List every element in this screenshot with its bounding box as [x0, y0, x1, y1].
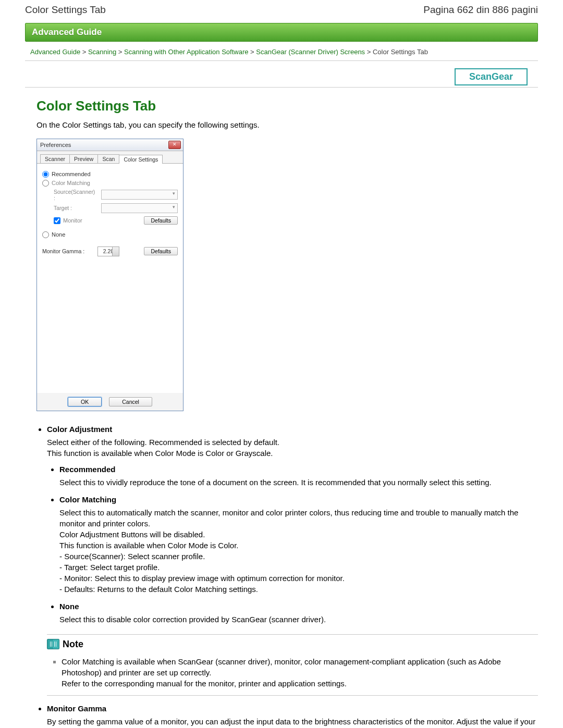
page-title-top: Color Settings Tab	[25, 4, 106, 16]
intro-text: On the Color Settings tab, you can speci…	[36, 120, 563, 129]
text-none: Select this to disable color correction …	[59, 614, 538, 625]
label-source: Source(Scanner) :	[54, 189, 98, 201]
text-color-adjustment-1: Select either of the following. Recommen…	[47, 437, 538, 448]
text-recommended: Select this to vividly reproduce the ton…	[59, 477, 538, 488]
monitor-gamma-stepper[interactable]: 2.20	[97, 246, 119, 256]
radio-recommended[interactable]	[42, 171, 49, 178]
radio-none[interactable]	[42, 231, 49, 238]
breadcrumb-sep: >	[116, 48, 124, 56]
scangear-badge: ScanGear	[455, 68, 528, 85]
note-icon	[47, 639, 59, 649]
text-color-adjustment-2: This function is available when Color Mo…	[47, 448, 538, 459]
heading-color-adjustment: Color Adjustment	[47, 425, 112, 434]
note-line-1: Color Matching is available when ScanGea…	[62, 656, 538, 678]
text-monitor-gamma: By setting the gamma value of a monitor,…	[47, 716, 538, 728]
dialog-title: Preferences	[40, 142, 71, 148]
text-cm-1: Color Adjustment Buttons will be disable…	[59, 529, 538, 540]
breadcrumb-sep: >	[365, 48, 373, 56]
text-cm-2: This function is available when Color Mo…	[59, 540, 538, 551]
defaults-button-color-matching[interactable]: Defaults	[144, 216, 178, 225]
breadcrumb-link-3[interactable]: ScanGear (Scanner Driver) Screens	[256, 48, 365, 56]
preferences-dialog: Preferences ✕ Scanner Preview Scan Color…	[36, 139, 183, 411]
radio-color-matching[interactable]	[42, 180, 49, 187]
close-icon[interactable]: ✕	[168, 141, 181, 149]
heading-color-matching-desc: Color Matching	[59, 495, 116, 504]
defaults-button-gamma[interactable]: Defaults	[144, 247, 178, 255]
main-heading: Color Settings Tab	[36, 98, 563, 114]
breadcrumb-link-2[interactable]: Scanning with Other Application Software	[124, 48, 248, 56]
breadcrumb: Advanced Guide > Scanning > Scanning wit…	[25, 44, 538, 61]
select-target[interactable]	[101, 203, 178, 213]
heading-none-desc: None	[59, 602, 79, 611]
dialog-titlebar[interactable]: Preferences ✕	[37, 139, 183, 151]
checkbox-monitor[interactable]	[54, 217, 60, 224]
breadcrumb-link-0[interactable]: Advanced Guide	[30, 48, 80, 56]
text-cm-4: - Target: Select target profile.	[59, 562, 538, 573]
select-source-scanner[interactable]	[101, 190, 178, 200]
note-box: Note Color Matching is available when Sc…	[47, 634, 538, 696]
breadcrumb-current: Color Settings Tab	[373, 48, 428, 56]
tab-row: Scanner Preview Scan Color Settings	[37, 151, 183, 164]
tab-color-settings[interactable]: Color Settings	[119, 155, 163, 164]
text-cm-0: Select this to automatically match the s…	[59, 507, 538, 529]
label-monitor-gamma: Monitor Gamma :	[42, 248, 94, 254]
breadcrumb-sep: >	[250, 48, 256, 56]
label-monitor: Monitor	[63, 217, 82, 224]
label-recommended: Recommended	[52, 171, 91, 177]
label-target: Target :	[54, 205, 98, 211]
pagination: Pagina 662 din 886 pagini	[423, 4, 538, 16]
heading-monitor-gamma: Monitor Gamma	[47, 704, 106, 713]
text-cm-6: - Defaults: Returns to the default Color…	[59, 584, 538, 595]
breadcrumb-link-1[interactable]: Scanning	[88, 48, 116, 56]
note-line-2: Refer to the corresponding manual for th…	[62, 678, 538, 689]
breadcrumb-sep: >	[80, 48, 88, 56]
tab-preview[interactable]: Preview	[69, 154, 98, 163]
label-color-matching: Color Matching	[52, 180, 90, 186]
label-none: None	[52, 231, 65, 238]
cancel-button[interactable]: Cancel	[109, 397, 152, 406]
text-cm-3: - Source(Scanner): Select scanner profil…	[59, 551, 538, 562]
ok-button[interactable]: OK	[68, 397, 102, 406]
note-heading: Note	[63, 638, 83, 651]
heading-recommended: Recommended	[59, 465, 116, 474]
tab-scan[interactable]: Scan	[97, 154, 119, 163]
guide-bar: Advanced Guide	[25, 23, 538, 42]
text-cm-5: - Monitor: Select this to display previe…	[59, 573, 538, 584]
tab-scanner[interactable]: Scanner	[40, 154, 70, 163]
